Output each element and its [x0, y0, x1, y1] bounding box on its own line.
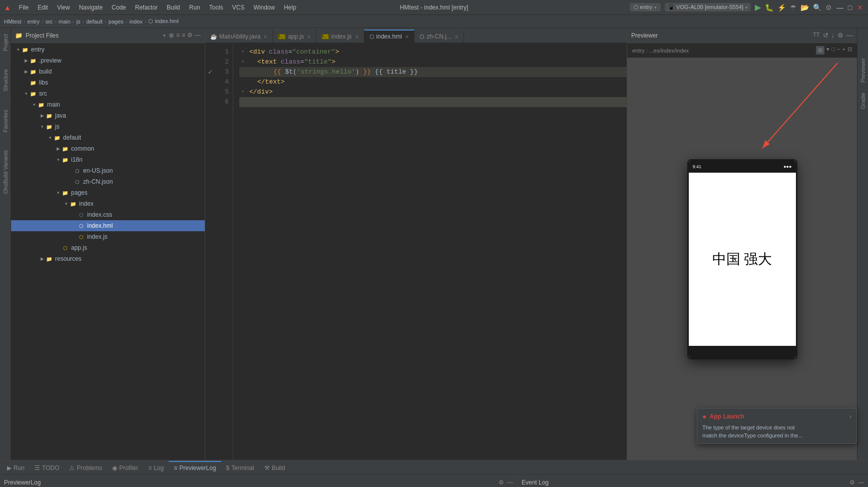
- fold-arrow[interactable]: ▾: [241, 87, 249, 97]
- run-button[interactable]: ▶: [755, 3, 761, 12]
- menu-file[interactable]: File: [15, 3, 33, 12]
- tree-item-main[interactable]: ▾ 📁 main: [11, 99, 205, 110]
- sidebar-label-project[interactable]: Project: [2, 30, 10, 55]
- expand-arrow[interactable]: ▾: [23, 91, 29, 96]
- tab-mainability[interactable]: ☕ MainAbility.java ✕: [205, 30, 273, 43]
- sidebar-label-ohsbuild[interactable]: OhsBuild Variants: [2, 146, 10, 198]
- tree-item-libs[interactable]: 📁 libs: [11, 77, 205, 88]
- run-coverage[interactable]: ☂: [790, 4, 796, 12]
- sidebar-label-structure[interactable]: Structure: [2, 65, 10, 96]
- expand-arrow[interactable]: ▾: [31, 102, 37, 107]
- settings-button[interactable]: ⚙: [825, 4, 832, 12]
- tree-item-preview[interactable]: ▶ 📁 .preview: [11, 55, 205, 66]
- menu-edit[interactable]: Edit: [34, 3, 52, 12]
- grid-view-icon[interactable]: ⊞: [816, 46, 824, 55]
- sort-icon[interactable]: ≡: [182, 32, 185, 39]
- expand-arrow[interactable]: ▶: [39, 113, 45, 118]
- device-selector[interactable]: 📱 VOG-AL00 [emulator-5554]: [668, 4, 743, 11]
- breadcrumb-item-hml[interactable]: ⬡ index.hml: [148, 18, 178, 25]
- fullscreen-icon[interactable]: □: [831, 46, 835, 55]
- settings-icon[interactable]: ⚙: [849, 479, 855, 486]
- open-folder[interactable]: 📂: [800, 4, 809, 12]
- tab-close[interactable]: ✕: [355, 34, 359, 40]
- menu-help[interactable]: Help: [280, 3, 300, 12]
- run-config-entry[interactable]: ⬡ entry: [634, 4, 653, 11]
- menu-window[interactable]: Window: [250, 3, 279, 12]
- expand-arrow[interactable]: ▶: [39, 256, 45, 261]
- zoom-in-icon[interactable]: +: [842, 46, 845, 55]
- breadcrumb-item[interactable]: default: [86, 19, 103, 25]
- tree-item-index-hml[interactable]: ⬡ index.hml: [11, 220, 205, 231]
- tree-item-entry[interactable]: ▾ 📁 entry: [11, 44, 205, 55]
- search-button[interactable]: 🔍: [813, 4, 821, 12]
- menu-refactor[interactable]: Refactor: [131, 3, 162, 12]
- tab-close[interactable]: ✕: [455, 34, 459, 40]
- btab-terminal[interactable]: $ Terminal: [221, 461, 259, 474]
- sidebar-label-favorites[interactable]: Favorites: [2, 106, 10, 136]
- fold-arrow[interactable]: ▾: [241, 47, 249, 57]
- tree-item-index-js[interactable]: ⬡ index.js: [11, 231, 205, 242]
- breadcrumb-item[interactable]: pages: [109, 19, 124, 25]
- tree-item-resources[interactable]: ▶ 📁 resources: [11, 253, 205, 264]
- collapse-icon[interactable]: ≡: [176, 32, 180, 39]
- btab-problems[interactable]: ⚠ Problems: [64, 461, 107, 474]
- fit-icon[interactable]: ⊡: [847, 46, 852, 55]
- previewer-side-label[interactable]: Previewer: [860, 58, 866, 83]
- code-editor[interactable]: ▾ <div class="container"> ▾ <text class=…: [233, 43, 627, 460]
- settings-icon[interactable]: ⚙: [499, 479, 504, 486]
- tree-item-en-us[interactable]: ⬡ en-US.json: [11, 165, 205, 176]
- expand-arrow[interactable]: ▾: [63, 201, 69, 206]
- expand-arrow[interactable]: ▶: [55, 146, 61, 151]
- tree-item-pages[interactable]: ▾ 📁 pages: [11, 187, 205, 198]
- settings-icon[interactable]: ⚙: [187, 32, 193, 39]
- breadcrumb-item[interactable]: main: [59, 19, 71, 25]
- btab-previewerlog[interactable]: ≡ PreviewerLog: [169, 461, 221, 474]
- tree-item-zh-cn[interactable]: ⬡ zh-CN.json: [11, 176, 205, 187]
- notification-chevron[interactable]: ›: [849, 413, 851, 420]
- breadcrumb-item[interactable]: index: [130, 19, 143, 25]
- menu-view[interactable]: View: [53, 3, 74, 12]
- menu-vcs[interactable]: VCS: [228, 3, 249, 12]
- tree-item-java[interactable]: ▶ 📁 java: [11, 110, 205, 121]
- menu-code[interactable]: Code: [108, 3, 130, 12]
- menu-tools[interactable]: Tools: [205, 3, 227, 12]
- minimize-icon[interactable]: —: [858, 479, 864, 486]
- tree-item-build[interactable]: ▶ 📁 build: [11, 66, 205, 77]
- tree-item-js[interactable]: ▾ 📁 js: [11, 121, 205, 132]
- gradie-side-label[interactable]: Gradie: [860, 93, 866, 109]
- btab-profiler[interactable]: ◉ Profiler: [107, 461, 143, 474]
- tab-close[interactable]: ✕: [405, 34, 409, 40]
- tab-close[interactable]: ✕: [307, 34, 311, 40]
- scope-icon[interactable]: ⊕: [169, 32, 174, 39]
- menu-run[interactable]: Run: [185, 3, 204, 12]
- run-config-dropdown[interactable]: ▾: [654, 5, 657, 10]
- expand-arrow[interactable]: ▾: [55, 157, 61, 162]
- breadcrumb-item[interactable]: src: [46, 19, 53, 25]
- tree-item-default[interactable]: ▾ 📁 default: [11, 132, 205, 143]
- tab-close[interactable]: ✕: [263, 34, 267, 40]
- dropdown-icon[interactable]: ▾: [826, 46, 829, 55]
- expand-arrow[interactable]: ▶: [23, 58, 29, 63]
- minimize-button[interactable]: —: [836, 4, 844, 12]
- breadcrumb-item[interactable]: js: [77, 19, 81, 25]
- settings-icon[interactable]: ⚙: [837, 32, 843, 39]
- breadcrumb-item[interactable]: HMtest: [4, 19, 22, 25]
- btab-log[interactable]: ≡ Log: [143, 461, 169, 474]
- maximize-button[interactable]: □: [846, 4, 854, 12]
- tab-index-js[interactable]: JS index.js ✕: [316, 30, 364, 43]
- tree-item-index-css[interactable]: ⬡ index.css: [11, 209, 205, 220]
- minimize-icon[interactable]: —: [507, 479, 513, 486]
- tree-item-src[interactable]: ▾ 📁 src: [11, 88, 205, 99]
- tab-app-js[interactable]: JS app.js ✕: [273, 30, 316, 43]
- debug-button[interactable]: 🐛: [765, 4, 773, 12]
- font-icon[interactable]: TT: [813, 32, 819, 39]
- tree-item-app-js[interactable]: ⬡ app.js: [11, 242, 205, 253]
- menu-build[interactable]: Build: [163, 3, 184, 12]
- breadcrumb-item[interactable]: entry: [28, 19, 40, 25]
- tree-item-i18n[interactable]: ▾ 📁 i18n: [11, 154, 205, 165]
- download-icon[interactable]: ↓: [831, 32, 835, 39]
- menu-navigate[interactable]: Navigate: [75, 3, 107, 12]
- tab-index-hml[interactable]: ⬡ index.hml ✕: [364, 30, 414, 43]
- tab-zh-cn[interactable]: ⬡ zh-CN.j... ✕: [414, 30, 464, 43]
- expand-arrow[interactable]: ▾: [15, 47, 21, 52]
